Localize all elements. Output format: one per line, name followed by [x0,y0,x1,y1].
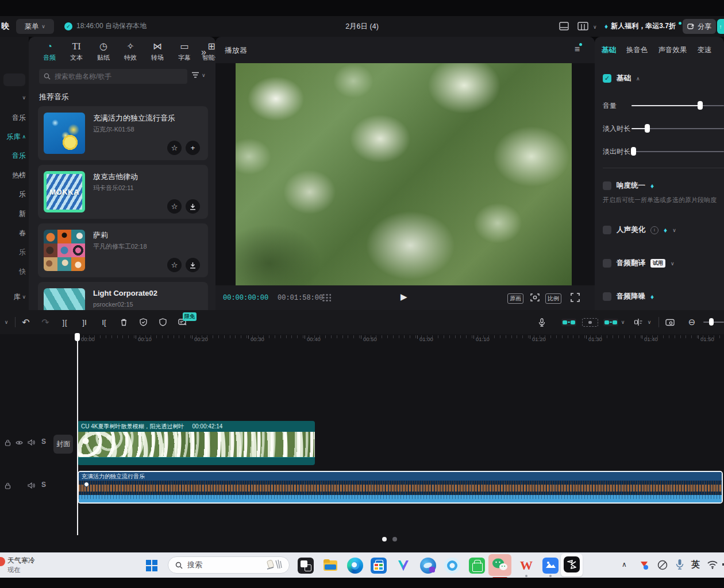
sidebar-item-1[interactable]: 音乐 [0,112,29,123]
adjust-view-icon[interactable] [662,310,678,334]
tab-transition[interactable]: ⋈转场 [145,41,170,62]
voice-beautify-checkbox[interactable] [603,226,611,234]
sidebar-item-7[interactable]: 春 [0,227,29,239]
task-view-icon[interactable] [298,558,314,574]
export-button-partial[interactable]: ↑ [717,19,724,34]
frame-grid-icon[interactable] [322,293,331,301]
sidebar-item-5[interactable]: 乐 [0,188,29,200]
sidebar-item-9[interactable]: 快 [0,266,29,277]
wps-app-icon[interactable]: W [518,558,534,574]
video-preview[interactable] [236,63,572,285]
do-not-disturb-icon[interactable] [657,559,668,571]
playhead-line[interactable] [77,334,78,535]
track-height-icon[interactable] [630,310,647,334]
chevron-down-icon[interactable]: ∨ [671,261,675,266]
tab-audio[interactable]: ◔音频 [37,41,62,62]
sidebar-item-10[interactable]: 库∨ [0,291,29,303]
menu-button[interactable]: 菜单 ∨ [16,19,54,34]
play-button[interactable]: ▶ [400,292,407,302]
music-item-3[interactable]: 萨莉 平凡的修车工02:18 ☆ [38,223,208,277]
lock-icon[interactable] [5,439,11,446]
video-clip[interactable]: CU 4K夏季树叶散景模糊，阳光透过树叶 00:00:42:14 [78,421,315,465]
edge-browser-icon[interactable] [347,558,363,574]
layout-bottom-panel-icon[interactable] [559,22,569,30]
ratio-button[interactable]: 比例 [545,293,561,304]
preview-axis-toggle-icon[interactable] [602,310,619,334]
sidebar-item-0[interactable]: ∨ [0,92,29,103]
add-to-timeline-icon[interactable]: + [186,141,200,155]
fullscreen-icon[interactable] [571,293,580,302]
solo-toggle[interactable]: S [41,481,46,489]
tab-text[interactable]: TI文本 [64,41,89,62]
filter-button[interactable]: ∨ [191,71,206,79]
tab-voice-change[interactable]: 换音色 [626,45,648,55]
sidebar-item-3-selected[interactable]: 音乐 [0,150,29,161]
favorite-star-icon[interactable]: ☆ [167,258,182,272]
file-explorer-icon[interactable] [322,558,338,574]
timeline-zoom-slider[interactable] [703,322,724,323]
fade-in-slider-handle[interactable] [645,124,650,133]
record-voiceover-icon[interactable] [534,310,549,334]
ruler-minor-ticks[interactable] [78,335,724,338]
zoom-out-icon[interactable]: ⊖ [685,310,699,334]
promo-banner[interactable]: ♦ 新人福利，幸运3.7折 [604,21,681,31]
delete-icon[interactable] [116,310,131,334]
cursor-mode-chevron[interactable]: ∨ [1,310,11,334]
v-app-icon[interactable] [395,558,411,574]
split-right-icon[interactable]: Ⅰ[ [97,310,111,334]
music-item-1[interactable]: 充满活力的独立流行音乐 迈克尔-K01:58 ☆ + [38,106,208,160]
volume-slider-handle[interactable] [698,101,703,110]
tray-mic-icon[interactable] [676,559,684,570]
audio-clip-selected[interactable]: 充满活力的独立流行音乐 [78,471,723,504]
audio-translate-checkbox[interactable] [603,259,611,268]
tray-expand-icon[interactable]: ∧ [622,560,627,568]
search-input[interactable]: 搜索歌曲名称/歌手 [39,69,187,84]
info-icon[interactable]: i [650,226,658,234]
ime-indicator[interactable]: 英 [691,559,700,570]
chevron-down-icon[interactable]: ∨ [646,310,653,334]
sidebar-item-6[interactable]: 新 [0,208,29,219]
denoise-checkbox[interactable] [603,292,611,301]
timeline-zoom-handle[interactable] [709,318,714,326]
download-icon[interactable] [186,258,200,272]
sidebar-collapsed-box[interactable] [3,74,25,86]
favorite-star-icon[interactable]: ☆ [167,199,182,214]
weather-title[interactable]: 天气寒冷 [7,556,35,566]
tray-color-icon[interactable] [639,560,649,570]
link-toggle-icon[interactable] [581,310,599,334]
undo-icon[interactable]: ↶ [18,310,33,334]
fade-in-handle[interactable] [84,482,89,487]
chevron-down-icon[interactable]: ∨ [672,227,676,233]
favorite-star-icon[interactable]: ☆ [167,141,182,155]
solo-toggle[interactable]: S [41,438,46,446]
ring-app-icon[interactable] [444,558,460,574]
basic-checkbox[interactable]: ✓ [603,74,611,83]
windows-start-button[interactable] [146,560,157,571]
speaker-icon[interactable] [28,439,35,446]
quality-button[interactable]: 原画 [507,293,523,304]
layout-columns-icon[interactable] [577,22,588,30]
tab-sticker[interactable]: ◷贴纸 [91,41,116,62]
volume-slider[interactable] [631,105,724,106]
share-button[interactable]: 分享 [683,19,716,34]
browser-app-icon[interactable] [420,558,436,574]
tab-sound-effects[interactable]: 声音效果 [658,45,687,55]
eye-icon[interactable] [16,440,23,446]
music-item-2[interactable]: MOKKA 放克吉他律动 玛卡音乐02:11 ☆ [38,165,208,219]
lock-icon[interactable] [5,482,11,489]
speaker-icon[interactable] [28,482,35,489]
split-left-icon[interactable]: ]Ⅰ [77,310,92,334]
snap-toggle-icon[interactable] [560,310,577,334]
fade-out-slider-handle[interactable] [631,147,636,156]
fade-out-slider[interactable] [631,151,724,152]
microsoft-store-icon[interactable] [371,558,387,574]
sidebar-item-4[interactable]: 热榜 [0,169,29,181]
playhead-handle[interactable] [75,333,80,341]
volume-tray-icon-partial[interactable] [722,560,724,569]
fade-in-slider[interactable] [631,128,724,129]
redo-icon[interactable]: ↷ [38,310,53,334]
tab-effects[interactable]: ✧特效 [118,41,143,62]
tab-basic[interactable]: 基础 [602,45,616,55]
wifi-icon[interactable] [707,560,718,569]
project-date-title[interactable]: 2月6日 (4) [310,22,414,32]
